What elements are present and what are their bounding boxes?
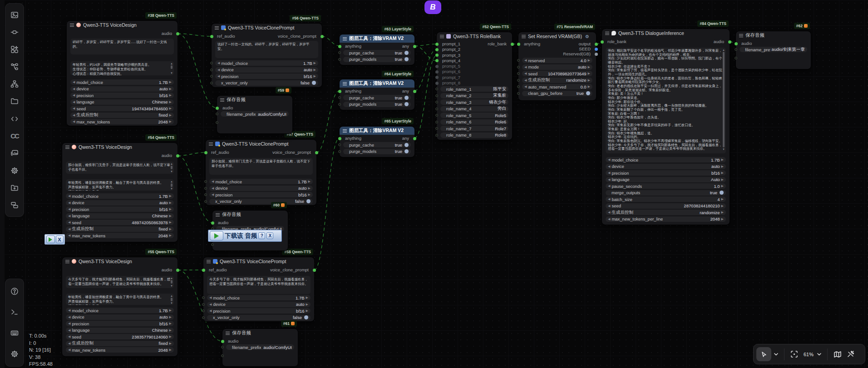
- node-menu-icon[interactable]: [65, 260, 69, 263]
- decrement-arrow[interactable]: ◀: [608, 183, 610, 189]
- combo-widget-precision[interactable]: ◀precisionbf16▶: [209, 192, 313, 197]
- gear-icon[interactable]: [6, 162, 23, 179]
- decrement-arrow[interactable]: ◀: [209, 295, 212, 300]
- node-clearvram-64[interactable]: #64 LayerStyle图层工具：清除VRAM V2anythinganyp…: [340, 79, 414, 110]
- combo-widget-device[interactable]: ◀deviceauto▶: [606, 164, 726, 169]
- combo-widget-reserved[interactable]: ◀reserved4.0▶: [522, 58, 592, 63]
- combo-widget-language[interactable]: ◀languageChinese▶: [66, 328, 174, 333]
- increment-arrow[interactable]: ▶: [169, 233, 172, 238]
- toggle-knob[interactable]: [404, 51, 409, 55]
- toggle-knob[interactable]: [312, 81, 316, 85]
- node-menu-icon[interactable]: [343, 129, 347, 132]
- increment-arrow[interactable]: ▶: [721, 157, 724, 162]
- input-port-dot-prompt_1[interactable]: [435, 43, 439, 46]
- combo-widget-生成后控制[interactable]: ◀生成后控制randomize▶: [522, 78, 592, 83]
- node-voicedesign-54[interactable]: #54 Qwen-TTSQwen3-TTS VoiceDesignaudio胆小…: [62, 143, 178, 242]
- decrement-arrow[interactable]: ◀: [212, 179, 214, 184]
- toggle-widget-x_vector_only[interactable]: x_vector_onlyfalse: [207, 315, 311, 320]
- combo-widget-device[interactable]: ◀deviceauto▶: [70, 86, 174, 92]
- decrement-arrow[interactable]: ◀: [209, 302, 212, 307]
- increment-arrow[interactable]: ▶: [588, 71, 590, 76]
- combo-widget-language[interactable]: ◀languageAuto▶: [606, 177, 726, 182]
- decrement-arrow[interactable]: ◀: [608, 196, 610, 202]
- output-port-dot-Reserved(GB)[interactable]: [595, 53, 598, 56]
- widget-input-dot[interactable]: [204, 187, 207, 190]
- combo-widget-batch_size[interactable]: ◀batch_size4▶: [606, 196, 726, 202]
- widget-input-dot[interactable]: [202, 303, 205, 306]
- terminal-icon[interactable]: [6, 304, 23, 321]
- output-port-dot-audio[interactable]: [728, 40, 731, 44]
- decrement-arrow[interactable]: ◀: [608, 203, 610, 209]
- mini-close-button[interactable]: X: [56, 236, 64, 243]
- node-saveaudio-59[interactable]: #59保存音频audiofilename_prefixaudio/ComfyUI: [217, 96, 292, 133]
- decrement-arrow[interactable]: ◀: [608, 210, 610, 215]
- field-widget-filename_prefix[interactable]: filename_prefixaudio/ComfyUI: [221, 111, 289, 117]
- increment-arrow[interactable]: ▶: [169, 308, 172, 313]
- cursor-tool-chevron[interactable]: [771, 352, 781, 357]
- text-widget[interactable]: 胆小如鼠，难怪寒门无贵子，莫说是这辈子贫贱任人欺，说不定下辈子也逃不掉。▲▼: [66, 162, 174, 174]
- node-menu-icon[interactable]: [739, 34, 743, 37]
- widget-input-dot[interactable]: [338, 103, 341, 106]
- node-menu-icon[interactable]: [522, 35, 526, 38]
- node-voiceclone-58[interactable]: #58 Qwen-TTSQwen3-TTS VoiceClonePromptre…: [203, 257, 314, 321]
- node-header[interactable]: Qwen3-TTS VoiceDesign: [67, 21, 178, 29]
- field-widget-role_name_8[interactable]: role_name_8Role8: [440, 132, 508, 138]
- cc-logo[interactable]: CC: [6, 128, 23, 145]
- combo-widget-mode[interactable]: ◀modeauto▶: [522, 64, 592, 70]
- decrement-arrow[interactable]: ◀: [73, 79, 75, 85]
- play-button[interactable]: [210, 231, 223, 240]
- decrement-arrow[interactable]: ◀: [73, 119, 75, 124]
- decrement-arrow[interactable]: ◀: [68, 226, 70, 232]
- zoom-chevron[interactable]: [814, 352, 824, 357]
- output-port-dot-SEED[interactable]: [595, 48, 598, 51]
- text-widget[interactable]: 今天多亏了你，我才能买到那条鲤鱼，买回去后，我越看越欢喜，想着一定要当面跟你道一…: [207, 276, 311, 294]
- combo-widget-生成后控制[interactable]: ◀生成后控制fixed▶: [66, 341, 174, 346]
- toggle-widget-purge_models[interactable]: purge_modelstrue: [343, 149, 411, 154]
- widget-input-dot[interactable]: [338, 150, 341, 153]
- text-widget[interactable]: 今天多亏了你，我才能买到那条鲤鱼，买回去后，我越看越欢喜，想着一定要当面跟你道一…: [66, 276, 174, 288]
- extra-input-dot[interactable]: [216, 121, 218, 124]
- decrement-arrow[interactable]: ◀: [68, 321, 70, 326]
- decrement-arrow[interactable]: ◀: [608, 164, 610, 169]
- scrollbar[interactable]: ▲▼: [170, 180, 173, 190]
- text-widget[interactable]: 胆小如鼠，难怪寒门无贵子，莫说是这辈子贫贱任人欺，说不定下辈子也逃不掉。: [209, 158, 313, 175]
- node-menu-icon[interactable]: [343, 37, 347, 40]
- widget-input-dot[interactable]: [210, 69, 213, 71]
- increment-arrow[interactable]: ▶: [721, 210, 724, 215]
- node-menu-icon[interactable]: [226, 332, 230, 335]
- gallery-icon[interactable]: [6, 145, 23, 162]
- increment-arrow[interactable]: ▶: [308, 179, 311, 184]
- increment-arrow[interactable]: ▶: [721, 196, 724, 202]
- node-header[interactable]: Qwen3-TTS VoiceDesign: [62, 143, 178, 151]
- widget-input-dot[interactable]: [338, 58, 341, 61]
- toggle-widget-x_vector_only[interactable]: x_vector_onlyfalse: [209, 199, 313, 204]
- increment-arrow[interactable]: ▶: [169, 200, 172, 206]
- node-saveaudio-62[interactable]: #62保存音频audiofilename_prefixaudio/剑来第一章: [736, 31, 811, 69]
- toggle-widget-x_vector_only[interactable]: x_vector_onlyfalse: [215, 80, 318, 86]
- text-widget[interactable]: 旁白: 相比陈平安这个名字的粗浅俗气，邻居少年就要雅致许多，叫宋集薪，就连与他相…: [606, 48, 726, 153]
- increment-arrow[interactable]: ▶: [588, 84, 590, 89]
- toggle-widget-purge_models[interactable]: purge_modelstrue: [343, 57, 411, 62]
- node-header[interactable]: 保存音频: [217, 96, 292, 104]
- increment-arrow[interactable]: ▶: [308, 192, 311, 197]
- increment-arrow[interactable]: ▶: [169, 79, 172, 85]
- node-clearvram-63[interactable]: #63 LayerStyle图层工具：清除VRAM V2anythinganyp…: [340, 34, 414, 65]
- widget-input-dot[interactable]: [435, 108, 438, 110]
- increment-arrow[interactable]: ▶: [169, 328, 172, 333]
- node-menu-icon[interactable]: [220, 98, 224, 102]
- toggle-links-button[interactable]: [844, 351, 857, 358]
- toggle-knob[interactable]: [586, 91, 590, 95]
- widget-input-dot[interactable]: [204, 193, 207, 196]
- input-port-dot-anything[interactable]: [338, 45, 341, 48]
- toggle-widget-merge_outputs[interactable]: merge_outputstrue: [606, 190, 726, 196]
- widget-input-dot[interactable]: [202, 309, 205, 312]
- field-widget-role_name_5[interactable]: role_name_5Role5: [440, 113, 508, 118]
- decrement-arrow[interactable]: ◀: [73, 86, 75, 92]
- widget-input-dot[interactable]: [517, 72, 520, 75]
- decrement-arrow[interactable]: ◀: [68, 193, 70, 199]
- combo-widget-seed[interactable]: ◀seed194743494784600▶: [70, 106, 174, 111]
- widget-input-dot[interactable]: [338, 51, 341, 54]
- node-header[interactable]: 图层工具：清除VRAM V2: [340, 127, 414, 135]
- increment-arrow[interactable]: ▶: [169, 213, 172, 219]
- widget-input-dot[interactable]: [338, 143, 341, 146]
